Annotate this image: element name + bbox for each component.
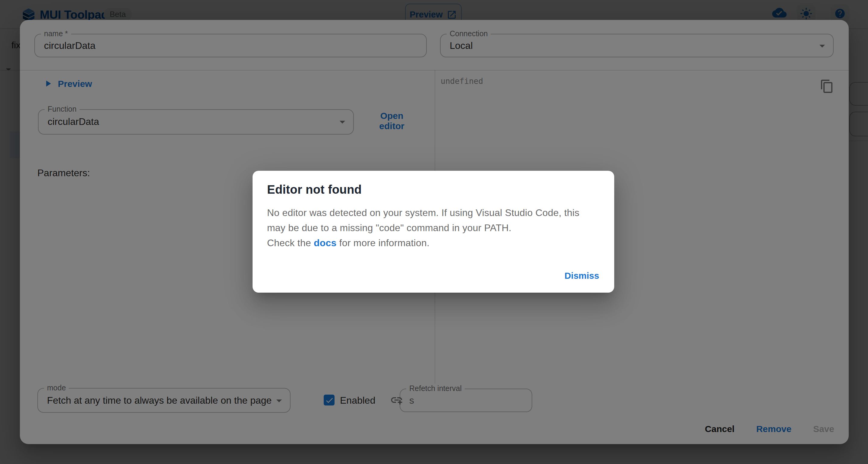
screen: MUI Toolpad Beta Preview fix name * circ… xyxy=(0,0,868,464)
dialog-body-text: No editor was detected on your system. I… xyxy=(267,205,589,235)
dialog-note: Check the docs for more information. xyxy=(267,235,589,251)
editor-not-found-dialog: Editor not found No editor was detected … xyxy=(253,171,614,293)
dismiss-button[interactable]: Dismiss xyxy=(561,268,603,283)
dialog-body: No editor was detected on your system. I… xyxy=(267,205,589,251)
docs-link[interactable]: docs xyxy=(314,238,337,248)
dialog-title: Editor not found xyxy=(267,183,362,197)
